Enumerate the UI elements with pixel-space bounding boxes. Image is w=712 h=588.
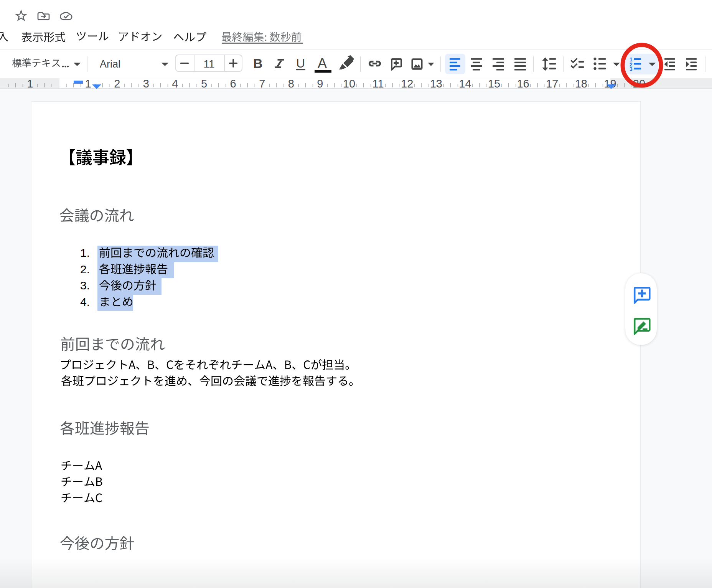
svg-text:2: 2 xyxy=(114,78,120,90)
svg-text:4.: 4. xyxy=(80,296,90,308)
svg-text:14: 14 xyxy=(459,78,471,90)
svg-text:6: 6 xyxy=(230,78,236,90)
svg-text:12: 12 xyxy=(401,78,413,90)
svg-text:4: 4 xyxy=(172,78,178,90)
svg-text:9: 9 xyxy=(317,78,323,90)
svg-text:16: 16 xyxy=(517,78,529,90)
svg-text:13: 13 xyxy=(430,78,442,90)
svg-text:5: 5 xyxy=(201,78,207,90)
svg-text:U: U xyxy=(296,56,305,70)
svg-text:3.: 3. xyxy=(80,279,90,292)
svg-text:2.: 2. xyxy=(80,263,90,276)
svg-text:7: 7 xyxy=(259,78,265,90)
svg-text:11: 11 xyxy=(372,78,384,90)
svg-text:18: 18 xyxy=(575,78,587,90)
svg-text:1: 1 xyxy=(27,78,33,90)
svg-text:3: 3 xyxy=(143,78,149,90)
svg-text:Arial: Arial xyxy=(100,58,120,70)
svg-text:8: 8 xyxy=(288,78,294,90)
svg-text:1: 1 xyxy=(85,78,91,90)
svg-text:1.: 1. xyxy=(80,246,90,259)
svg-text:11: 11 xyxy=(203,58,214,70)
svg-text:A: A xyxy=(318,55,327,71)
svg-text:3: 3 xyxy=(630,66,633,72)
svg-text:15: 15 xyxy=(488,78,500,90)
svg-text:B: B xyxy=(253,56,263,71)
svg-text:17: 17 xyxy=(546,78,558,90)
svg-text:10: 10 xyxy=(343,78,355,90)
